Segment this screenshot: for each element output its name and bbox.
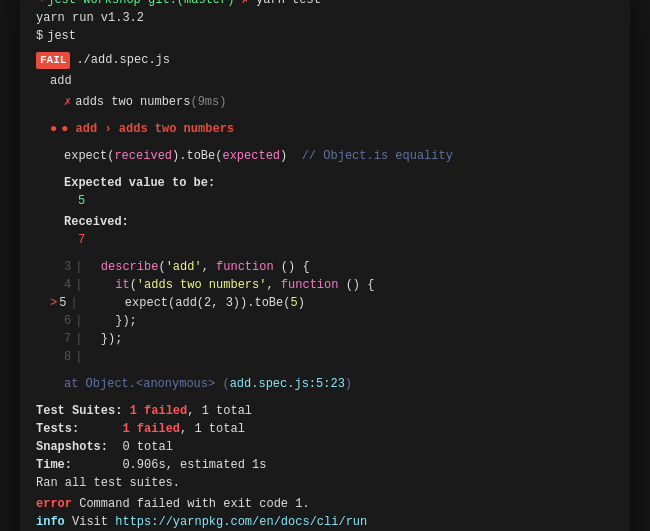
tests-fail: 1 failed (122, 420, 180, 438)
pipe: | (75, 312, 82, 330)
terminal-window: ~/Documents/jest-workshop → jest-worksho… (20, 0, 630, 531)
line-number: 3 (64, 258, 71, 276)
expected-value-line: 5 (36, 192, 614, 210)
test-fail-header: ● ● add › adds two numbers (36, 120, 614, 138)
error-msg: Command failed with exit code 1. (79, 495, 309, 513)
received-label-line: Received: (36, 213, 614, 231)
git-branch: git:(master) (148, 0, 234, 9)
line-number: 6 (64, 312, 71, 330)
code-line-7: 7 | }); (36, 330, 614, 348)
code-line-8: 8 | (36, 348, 614, 366)
test-fail-line: ✗ adds two numbers (9ms) (36, 93, 614, 111)
pipe: | (70, 294, 77, 312)
snapshots-label: Snapshots: (36, 438, 122, 456)
line-number: 8 (64, 348, 71, 366)
test-fail-title: ● add › adds two numbers (61, 120, 234, 138)
received-label: Received: (64, 213, 129, 231)
error-label: error (36, 495, 79, 513)
pipe: | (75, 276, 82, 294)
expected-value: 5 (78, 192, 85, 210)
fail-file: ./add.spec.js (76, 51, 170, 69)
info-label: info (36, 513, 72, 531)
info-text: Visit (72, 513, 115, 531)
jest-cmd: jest (47, 27, 76, 45)
code-line-5-active: > 5 | expect(add(2, 3)).toBe(5) (36, 294, 614, 312)
ran-line: Ran all test suites. (36, 474, 614, 492)
time-label: Time: (36, 456, 122, 474)
tests-total: , 1 total (180, 420, 245, 438)
info-line: info Visit https://yarnpkg.com/en/docs/c… (36, 513, 614, 531)
line-number: 7 (64, 330, 71, 348)
ran-text: Ran all test suites. (36, 474, 180, 492)
suite-name: add (50, 72, 72, 90)
suites-fail: 1 failed (130, 402, 188, 420)
expected-label-line: Expected value to be: (36, 174, 614, 192)
terminal-body: → jest-workshop git:(master) ✗ yarn test… (20, 0, 630, 531)
command: yarn test (256, 0, 321, 9)
received-value: 7 (78, 231, 85, 249)
pipe: | (75, 348, 82, 366)
error-line: error Command failed with exit code 1. (36, 495, 614, 513)
at-file: add.spec.js:5:23 (230, 375, 345, 393)
prompt-line: → jest-workshop git:(master) ✗ yarn test (36, 0, 614, 9)
repo-name: jest-workshop (47, 0, 141, 9)
at-text: at Object.<anonymous> ( (64, 375, 230, 393)
bullet-icon: ● (50, 120, 57, 138)
info-link: https://yarnpkg.com/en/docs/cli/run (115, 513, 367, 531)
pipe: | (75, 258, 82, 276)
fail-badge: FAIL (36, 52, 70, 69)
received-value-line: 7 (36, 231, 614, 249)
fail-icon: ✗ (64, 93, 71, 111)
fail-line: FAIL ./add.spec.js (36, 51, 614, 69)
expect-line: expect(received).toBe(expected) // Objec… (36, 147, 614, 165)
dollar-sign: $ (36, 27, 43, 45)
code-line-4: 4 | it('adds two numbers', function () { (36, 276, 614, 294)
tests-label: Tests: (36, 420, 122, 438)
line-number: 4 (64, 276, 71, 294)
yarn-version-line: yarn run v1.3.2 (36, 9, 614, 27)
tests-line: Tests: 1 failed , 1 total (36, 420, 614, 438)
code-line-6: 6 | }); (36, 312, 614, 330)
snapshots-line: Snapshots: 0 total (36, 438, 614, 456)
yarn-version: yarn run v1.3.2 (36, 9, 144, 27)
time-line: Time: 0.906s, estimated 1s (36, 456, 614, 474)
expected-label: Expected value to be: (64, 174, 215, 192)
suites-label: Test Suites: (36, 402, 130, 420)
time-value: 0.906s, estimated 1s (122, 456, 266, 474)
suites-total: , 1 total (187, 402, 252, 420)
expect-text: expect(received).toBe(expected) // Objec… (64, 147, 453, 165)
test-time: (9ms) (190, 93, 226, 111)
code-line-3: 3 | describe('add', function () { (36, 258, 614, 276)
test-name: adds two numbers (75, 93, 190, 111)
jest-command-line: $ jest (36, 27, 614, 45)
snapshots-value: 0 total (122, 438, 172, 456)
at-line: at Object.<anonymous> (add.spec.js:5:23) (36, 375, 614, 393)
suites-line: Test Suites: 1 failed , 1 total (36, 402, 614, 420)
pipe: | (75, 330, 82, 348)
arrow-icon: → (36, 0, 43, 9)
suite-name-line: add (36, 72, 614, 90)
